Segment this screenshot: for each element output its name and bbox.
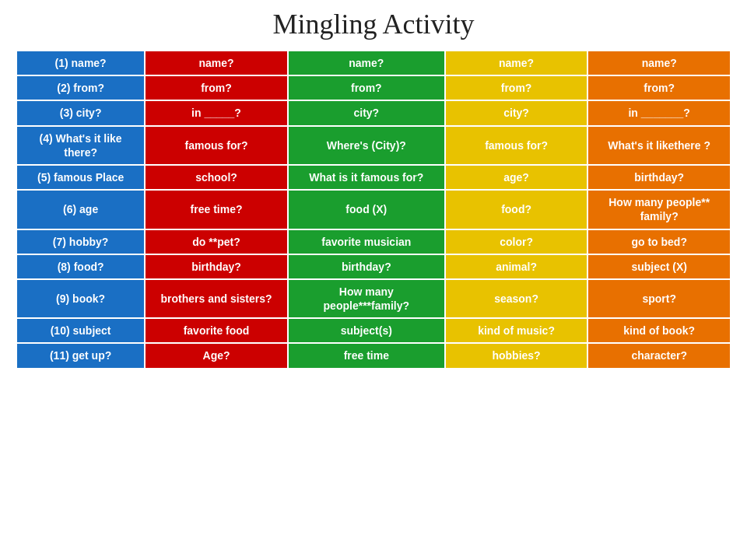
cell-r4-c4: birthday?	[587, 165, 731, 190]
cell-r4-c0: (5) famous Place	[16, 165, 145, 190]
cell-r4-c3: age?	[445, 165, 588, 190]
cell-r3-c1: famous for?	[145, 126, 288, 165]
cell-r1-c4: from?	[587, 75, 731, 100]
activity-table: (1) name?name?name?name?name?(2) from?fr…	[16, 50, 731, 369]
table-row: (11) get up?Age?free timehobbies?charact…	[16, 343, 731, 368]
cell-r3-c0: (4) What's it like there?	[16, 126, 145, 165]
cell-r3-c3: famous for?	[445, 126, 588, 165]
cell-r10-c2: free time	[288, 343, 445, 368]
cell-r2-c1: in _____?	[145, 100, 288, 125]
cell-r2-c0: (3) city?	[16, 100, 145, 125]
cell-r6-c0: (7) hobby?	[16, 229, 145, 254]
cell-r1-c3: from?	[445, 75, 588, 100]
cell-r1-c2: from?	[288, 75, 445, 100]
cell-r5-c0: (6) age	[16, 190, 145, 229]
cell-r1-c1: from?	[145, 75, 288, 100]
cell-r8-c0: (9) book?	[16, 279, 145, 318]
cell-r2-c4: in _______?	[587, 100, 731, 125]
cell-r8-c1: brothers and sisters?	[145, 279, 288, 318]
table-row: (4) What's it like there?famous for?Wher…	[16, 126, 731, 165]
cell-r9-c4: kind of book?	[587, 318, 731, 343]
table-wrapper: (1) name?name?name?name?name?(2) from?fr…	[16, 50, 731, 369]
cell-r2-c2: city?	[288, 100, 445, 125]
cell-r9-c0: (10) subject	[16, 318, 145, 343]
cell-r7-c1: birthday?	[145, 254, 288, 279]
table-row: (5) famous Placeschool?What is it famous…	[16, 165, 731, 190]
cell-r0-c3: name?	[445, 51, 588, 75]
cell-r5-c2: food (X)	[288, 190, 445, 229]
cell-r0-c4: name?	[587, 51, 731, 75]
cell-r0-c1: name?	[145, 51, 288, 75]
table-row: (6) agefree time?food (X)food?How many p…	[16, 190, 731, 229]
cell-r7-c0: (8) food?	[16, 254, 145, 279]
cell-r9-c1: favorite food	[145, 318, 288, 343]
cell-r10-c3: hobbies?	[445, 343, 588, 368]
cell-r10-c0: (11) get up?	[16, 343, 145, 368]
cell-r9-c3: kind of music?	[445, 318, 588, 343]
cell-r5-c3: food?	[445, 190, 588, 229]
cell-r8-c4: sport?	[587, 279, 731, 318]
table-row: (1) name?name?name?name?name?	[16, 51, 731, 75]
cell-r5-c1: free time?	[145, 190, 288, 229]
cell-r10-c4: character?	[587, 343, 731, 368]
cell-r9-c2: subject(s)	[288, 318, 445, 343]
cell-r6-c3: color?	[445, 229, 588, 254]
cell-r4-c1: school?	[145, 165, 288, 190]
cell-r5-c4: How many people** family?	[587, 190, 731, 229]
cell-r6-c1: do **pet?	[145, 229, 288, 254]
table-row: (8) food?birthday?birthday?animal?subjec…	[16, 254, 731, 279]
cell-r6-c2: favorite musician	[288, 229, 445, 254]
cell-r4-c2: What is it famous for?	[288, 165, 445, 190]
table-row: (2) from?from?from?from?from?	[16, 75, 731, 100]
cell-r8-c2: How many people***family?	[288, 279, 445, 318]
page-title: Mingling Activity	[272, 8, 474, 40]
cell-r6-c4: go to bed?	[587, 229, 731, 254]
cell-r7-c4: subject (X)	[587, 254, 731, 279]
cell-r3-c4: What's it likethere ?	[587, 126, 731, 165]
cell-r1-c0: (2) from?	[16, 75, 145, 100]
table-row: (3) city?in _____?city?city?in _______?	[16, 100, 731, 125]
table-row: (7) hobby?do **pet?favorite musiciancolo…	[16, 229, 731, 254]
cell-r8-c3: season?	[445, 279, 588, 318]
cell-r2-c3: city?	[445, 100, 588, 125]
table-row: (9) book?brothers and sisters?How many p…	[16, 279, 731, 318]
page-container: Mingling Activity (1) name?name?name?nam…	[0, 0, 747, 560]
cell-r0-c0: (1) name?	[16, 51, 145, 75]
cell-r10-c1: Age?	[145, 343, 288, 368]
cell-r0-c2: name?	[288, 51, 445, 75]
cell-r3-c2: Where's (City)?	[288, 126, 445, 165]
cell-r7-c3: animal?	[445, 254, 588, 279]
cell-r7-c2: birthday?	[288, 254, 445, 279]
table-row: (10) subjectfavorite foodsubject(s)kind …	[16, 318, 731, 343]
